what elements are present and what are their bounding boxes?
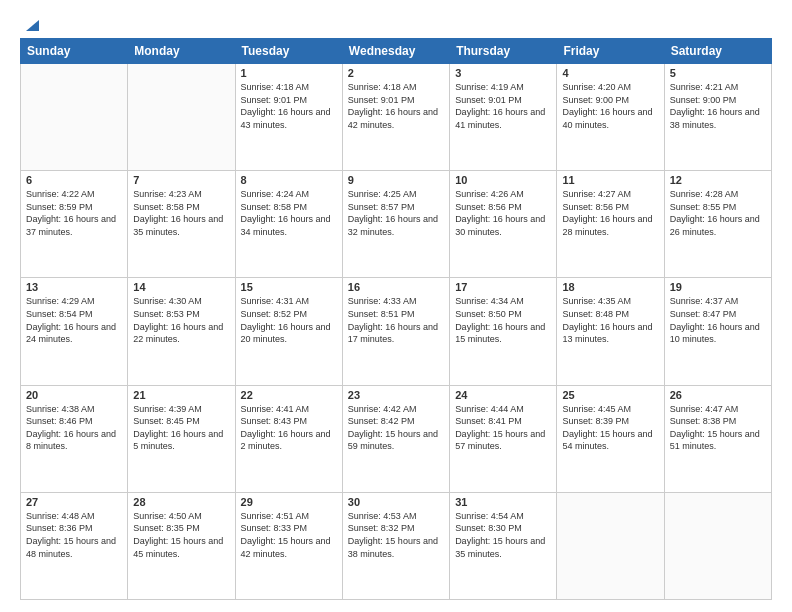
- day-info: Sunrise: 4:41 AM Sunset: 8:43 PM Dayligh…: [241, 403, 337, 453]
- day-number: 25: [562, 389, 658, 401]
- day-info: Sunrise: 4:42 AM Sunset: 8:42 PM Dayligh…: [348, 403, 444, 453]
- day-info: Sunrise: 4:48 AM Sunset: 8:36 PM Dayligh…: [26, 510, 122, 560]
- day-info: Sunrise: 4:20 AM Sunset: 9:00 PM Dayligh…: [562, 81, 658, 131]
- day-info: Sunrise: 4:45 AM Sunset: 8:39 PM Dayligh…: [562, 403, 658, 453]
- day-number: 1: [241, 67, 337, 79]
- day-number: 6: [26, 174, 122, 186]
- day-number: 19: [670, 281, 766, 293]
- day-number: 14: [133, 281, 229, 293]
- calendar-week-row: 20Sunrise: 4:38 AM Sunset: 8:46 PM Dayli…: [21, 385, 772, 492]
- day-info: Sunrise: 4:18 AM Sunset: 9:01 PM Dayligh…: [241, 81, 337, 131]
- calendar-cell: 13Sunrise: 4:29 AM Sunset: 8:54 PM Dayli…: [21, 278, 128, 385]
- calendar-cell: 28Sunrise: 4:50 AM Sunset: 8:35 PM Dayli…: [128, 492, 235, 599]
- day-info: Sunrise: 4:37 AM Sunset: 8:47 PM Dayligh…: [670, 295, 766, 345]
- calendar-table: SundayMondayTuesdayWednesdayThursdayFrid…: [20, 38, 772, 600]
- calendar-week-row: 1Sunrise: 4:18 AM Sunset: 9:01 PM Daylig…: [21, 64, 772, 171]
- calendar-cell: [21, 64, 128, 171]
- day-number: 13: [26, 281, 122, 293]
- page: SundayMondayTuesdayWednesdayThursdayFrid…: [0, 0, 792, 612]
- day-number: 26: [670, 389, 766, 401]
- day-info: Sunrise: 4:54 AM Sunset: 8:30 PM Dayligh…: [455, 510, 551, 560]
- day-info: Sunrise: 4:39 AM Sunset: 8:45 PM Dayligh…: [133, 403, 229, 453]
- day-number: 9: [348, 174, 444, 186]
- day-number: 8: [241, 174, 337, 186]
- calendar-cell: 24Sunrise: 4:44 AM Sunset: 8:41 PM Dayli…: [450, 385, 557, 492]
- day-number: 16: [348, 281, 444, 293]
- calendar-cell: 31Sunrise: 4:54 AM Sunset: 8:30 PM Dayli…: [450, 492, 557, 599]
- day-number: 7: [133, 174, 229, 186]
- calendar-cell: 21Sunrise: 4:39 AM Sunset: 8:45 PM Dayli…: [128, 385, 235, 492]
- day-info: Sunrise: 4:50 AM Sunset: 8:35 PM Dayligh…: [133, 510, 229, 560]
- day-info: Sunrise: 4:47 AM Sunset: 8:38 PM Dayligh…: [670, 403, 766, 453]
- calendar-day-header: Sunday: [21, 39, 128, 64]
- calendar-cell: 3Sunrise: 4:19 AM Sunset: 9:01 PM Daylig…: [450, 64, 557, 171]
- day-info: Sunrise: 4:25 AM Sunset: 8:57 PM Dayligh…: [348, 188, 444, 238]
- day-number: 23: [348, 389, 444, 401]
- day-info: Sunrise: 4:19 AM Sunset: 9:01 PM Dayligh…: [455, 81, 551, 131]
- day-number: 2: [348, 67, 444, 79]
- calendar-cell: [128, 64, 235, 171]
- calendar-day-header: Monday: [128, 39, 235, 64]
- day-info: Sunrise: 4:22 AM Sunset: 8:59 PM Dayligh…: [26, 188, 122, 238]
- day-info: Sunrise: 4:30 AM Sunset: 8:53 PM Dayligh…: [133, 295, 229, 345]
- calendar-cell: 5Sunrise: 4:21 AM Sunset: 9:00 PM Daylig…: [664, 64, 771, 171]
- day-info: Sunrise: 4:27 AM Sunset: 8:56 PM Dayligh…: [562, 188, 658, 238]
- calendar-day-header: Thursday: [450, 39, 557, 64]
- day-number: 17: [455, 281, 551, 293]
- day-number: 4: [562, 67, 658, 79]
- calendar-cell: 9Sunrise: 4:25 AM Sunset: 8:57 PM Daylig…: [342, 171, 449, 278]
- day-number: 3: [455, 67, 551, 79]
- day-number: 18: [562, 281, 658, 293]
- day-info: Sunrise: 4:26 AM Sunset: 8:56 PM Dayligh…: [455, 188, 551, 238]
- day-info: Sunrise: 4:18 AM Sunset: 9:01 PM Dayligh…: [348, 81, 444, 131]
- day-info: Sunrise: 4:44 AM Sunset: 8:41 PM Dayligh…: [455, 403, 551, 453]
- logo-triangle-icon: [21, 16, 39, 34]
- day-info: Sunrise: 4:24 AM Sunset: 8:58 PM Dayligh…: [241, 188, 337, 238]
- calendar-cell: 10Sunrise: 4:26 AM Sunset: 8:56 PM Dayli…: [450, 171, 557, 278]
- day-number: 28: [133, 496, 229, 508]
- day-number: 22: [241, 389, 337, 401]
- calendar-cell: 4Sunrise: 4:20 AM Sunset: 9:00 PM Daylig…: [557, 64, 664, 171]
- calendar-cell: 15Sunrise: 4:31 AM Sunset: 8:52 PM Dayli…: [235, 278, 342, 385]
- day-info: Sunrise: 4:28 AM Sunset: 8:55 PM Dayligh…: [670, 188, 766, 238]
- calendar-cell: 25Sunrise: 4:45 AM Sunset: 8:39 PM Dayli…: [557, 385, 664, 492]
- day-number: 24: [455, 389, 551, 401]
- calendar-cell: 1Sunrise: 4:18 AM Sunset: 9:01 PM Daylig…: [235, 64, 342, 171]
- day-info: Sunrise: 4:33 AM Sunset: 8:51 PM Dayligh…: [348, 295, 444, 345]
- calendar-cell: 19Sunrise: 4:37 AM Sunset: 8:47 PM Dayli…: [664, 278, 771, 385]
- day-number: 20: [26, 389, 122, 401]
- day-info: Sunrise: 4:29 AM Sunset: 8:54 PM Dayligh…: [26, 295, 122, 345]
- day-number: 27: [26, 496, 122, 508]
- calendar-cell: 26Sunrise: 4:47 AM Sunset: 8:38 PM Dayli…: [664, 385, 771, 492]
- calendar-cell: 22Sunrise: 4:41 AM Sunset: 8:43 PM Dayli…: [235, 385, 342, 492]
- day-number: 10: [455, 174, 551, 186]
- day-number: 5: [670, 67, 766, 79]
- day-info: Sunrise: 4:34 AM Sunset: 8:50 PM Dayligh…: [455, 295, 551, 345]
- calendar-cell: 6Sunrise: 4:22 AM Sunset: 8:59 PM Daylig…: [21, 171, 128, 278]
- calendar-cell: 16Sunrise: 4:33 AM Sunset: 8:51 PM Dayli…: [342, 278, 449, 385]
- day-info: Sunrise: 4:51 AM Sunset: 8:33 PM Dayligh…: [241, 510, 337, 560]
- day-info: Sunrise: 4:21 AM Sunset: 9:00 PM Dayligh…: [670, 81, 766, 131]
- calendar-cell: 23Sunrise: 4:42 AM Sunset: 8:42 PM Dayli…: [342, 385, 449, 492]
- day-number: 29: [241, 496, 337, 508]
- calendar-day-header: Wednesday: [342, 39, 449, 64]
- calendar-cell: 11Sunrise: 4:27 AM Sunset: 8:56 PM Dayli…: [557, 171, 664, 278]
- svg-marker-0: [26, 20, 39, 31]
- calendar-cell: 17Sunrise: 4:34 AM Sunset: 8:50 PM Dayli…: [450, 278, 557, 385]
- day-number: 31: [455, 496, 551, 508]
- day-info: Sunrise: 4:53 AM Sunset: 8:32 PM Dayligh…: [348, 510, 444, 560]
- calendar-cell: 18Sunrise: 4:35 AM Sunset: 8:48 PM Dayli…: [557, 278, 664, 385]
- day-info: Sunrise: 4:31 AM Sunset: 8:52 PM Dayligh…: [241, 295, 337, 345]
- calendar-day-header: Tuesday: [235, 39, 342, 64]
- calendar-cell: 27Sunrise: 4:48 AM Sunset: 8:36 PM Dayli…: [21, 492, 128, 599]
- calendar-cell: [664, 492, 771, 599]
- day-info: Sunrise: 4:38 AM Sunset: 8:46 PM Dayligh…: [26, 403, 122, 453]
- calendar-cell: 14Sunrise: 4:30 AM Sunset: 8:53 PM Dayli…: [128, 278, 235, 385]
- logo: [20, 16, 40, 30]
- day-number: 15: [241, 281, 337, 293]
- header: [20, 16, 772, 30]
- calendar-cell: 12Sunrise: 4:28 AM Sunset: 8:55 PM Dayli…: [664, 171, 771, 278]
- calendar-cell: 2Sunrise: 4:18 AM Sunset: 9:01 PM Daylig…: [342, 64, 449, 171]
- calendar-cell: 8Sunrise: 4:24 AM Sunset: 8:58 PM Daylig…: [235, 171, 342, 278]
- calendar-cell: 29Sunrise: 4:51 AM Sunset: 8:33 PM Dayli…: [235, 492, 342, 599]
